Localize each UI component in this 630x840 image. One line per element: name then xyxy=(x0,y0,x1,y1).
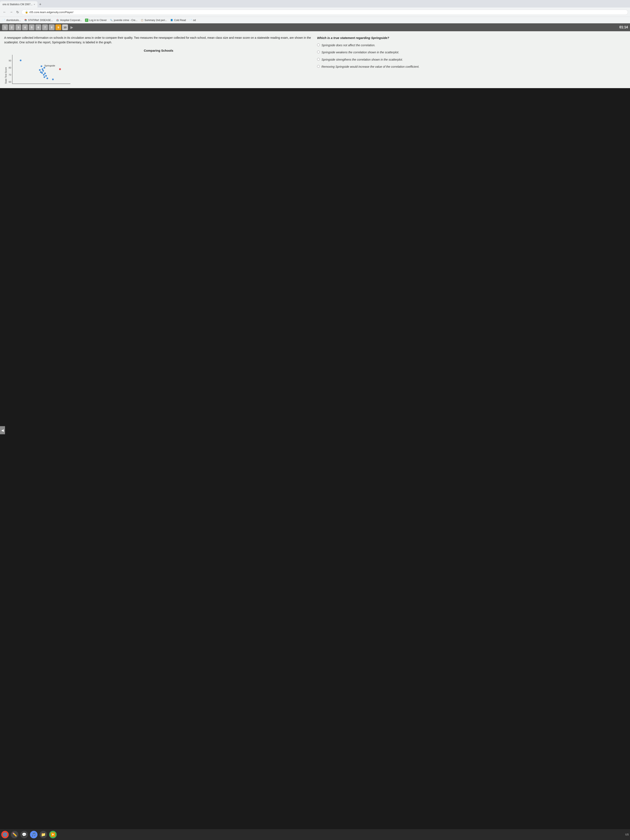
right-panel: Which is a true statement regarding Spri… xyxy=(317,35,626,84)
bookmark-coldread[interactable]: 📘 Cold Read xyxy=(170,19,186,22)
chart-section: Comparing Schools State Test Score 90 80… xyxy=(4,48,313,84)
bookmark-hospital[interactable]: 🏥 Hospital Corporati... xyxy=(56,19,82,22)
bookmark-icon-5: 📘 xyxy=(170,19,173,22)
dot-2 xyxy=(41,65,42,67)
tab-bar: ons & Statistics CM 2067... × + xyxy=(0,0,630,8)
y-axis-label: State Test Score xyxy=(4,67,8,84)
taskbar-chat-icon[interactable]: 💬 xyxy=(21,831,28,838)
question-btn-3[interactable]: 3 xyxy=(16,24,21,30)
bookmark-icon-0: 📄 xyxy=(2,19,5,22)
y-tick-60: 60 xyxy=(9,80,11,84)
question-btn-8[interactable]: 8 xyxy=(49,24,55,30)
option-d-text: Removing Springside would increase the v… xyxy=(322,65,419,69)
question-btn-6[interactable]: 6 xyxy=(35,24,41,30)
address-bar[interactable]: 🔒 r05.core.learn.edgenuity.com/Player/ xyxy=(22,9,628,15)
bookmark-label-2: Hospital Corporati... xyxy=(60,19,82,22)
bookmark-icon-6: 📄 xyxy=(189,19,192,22)
prev-nav-btn[interactable]: ◀ xyxy=(0,426,5,434)
bookmark-label-3: juvenile crime - Cre... xyxy=(114,19,137,22)
bookmark-icon-1: 📚 xyxy=(24,19,27,22)
bookmark-label-0: diumbotulis... xyxy=(6,19,21,22)
taskbar-chrome-icon[interactable]: 🌐 xyxy=(1,831,9,838)
chart-container: State Test Score 90 80 70 60 xyxy=(4,55,313,84)
dot-13 xyxy=(46,77,48,79)
bookmark-label-4: Summary 2nd peri... xyxy=(145,19,167,22)
chart-title: Comparing Schools xyxy=(4,48,313,53)
question-btn-4[interactable]: 4 xyxy=(22,24,28,30)
url-text: r05.core.learn.edgenuity.com/Player/ xyxy=(29,11,73,14)
bookmark-icon-3: 🔍 xyxy=(110,19,113,22)
locale-label: US xyxy=(625,833,629,836)
bookmark-diumbotulis[interactable]: 📄 diumbotulis... xyxy=(2,19,21,22)
scatterplot: Springside xyxy=(12,55,70,84)
dot-5 xyxy=(39,69,41,71)
question-btn-5[interactable]: 5 xyxy=(29,24,35,30)
radio-c[interactable] xyxy=(317,58,320,61)
content-area: A newspaper collected information on sch… xyxy=(0,31,630,88)
radio-b[interactable] xyxy=(317,51,320,53)
y-tick-80: 80 xyxy=(9,66,11,70)
radio-a[interactable] xyxy=(317,44,320,46)
tab-close-btn[interactable]: × xyxy=(34,3,35,6)
option-a[interactable]: Springside does not affect the correlati… xyxy=(317,43,626,47)
bookmark-icon-4: 📋 xyxy=(141,19,144,22)
tab-title: ons & Statistics CM 2067... xyxy=(3,3,33,6)
dot-4 xyxy=(42,68,43,70)
new-tab-btn[interactable]: + xyxy=(38,2,43,7)
question-text: Which is a true statement regarding Spri… xyxy=(317,35,626,40)
bookmark-icon-2: 🏥 xyxy=(56,19,59,22)
taskbar-play-icon[interactable]: ▶️ xyxy=(49,831,57,838)
option-b-text: Springside weakens the correlation shown… xyxy=(322,50,399,55)
dot-6 xyxy=(42,70,44,72)
question-bar: 1 2 3 4 5 6 7 8 9 10 ▶ 01:14 xyxy=(0,23,630,31)
passage-text: A newspaper collected information on sch… xyxy=(4,35,313,45)
lock-icon: 🔒 xyxy=(25,11,28,14)
bookmark-clever[interactable]: C Log in to Clever xyxy=(85,19,107,22)
option-a-text: Springside does not affect the correlati… xyxy=(322,43,375,47)
dot-9 xyxy=(44,73,46,74)
timer-display: 01:14 xyxy=(619,25,628,29)
taskbar-music-icon[interactable]: 🎵 xyxy=(30,831,38,838)
reload-btn[interactable]: ↻ xyxy=(16,9,20,15)
bookmarks-bar: 📄 diumbotulis... 📚 STATIRef: DISEASE... … xyxy=(0,17,630,23)
forward-btn[interactable]: → xyxy=(9,9,14,15)
bookmark-label-5: Cold Read xyxy=(174,19,186,22)
question-btn-next[interactable]: ▶ xyxy=(69,24,74,30)
dot-10 xyxy=(43,74,44,76)
question-btn-9[interactable]: 9 xyxy=(55,24,61,30)
bookmark-label-clever: Log in to Clever xyxy=(89,19,107,22)
springside-label: Springside xyxy=(44,64,55,68)
dot-11 xyxy=(45,75,47,77)
address-bar-row: ← → ↻ 🔒 r05.core.learn.edgenuity.com/Pla… xyxy=(0,8,630,17)
bookmark-label-6: od xyxy=(193,19,196,22)
bookmark-summary[interactable]: 📋 Summary 2nd peri... xyxy=(141,19,167,22)
dot-14 xyxy=(52,79,54,80)
active-tab[interactable]: ons & Statistics CM 2067... × xyxy=(0,1,38,8)
question-btn-1[interactable]: 1 xyxy=(2,24,8,30)
browser-frame: ons & Statistics CM 2067... × + ← → ↻ 🔒 … xyxy=(0,0,630,31)
dot-1 xyxy=(20,60,22,61)
radio-d[interactable] xyxy=(317,65,320,68)
question-btn-7[interactable]: 7 xyxy=(42,24,48,30)
bookmark-statiref[interactable]: 📚 STATIRef: DISEASE... xyxy=(24,19,53,22)
option-b[interactable]: Springside weakens the correlation shown… xyxy=(317,50,626,55)
dot-8 xyxy=(41,72,43,74)
taskbar-right: US xyxy=(625,833,629,836)
bookmark-juvenile[interactable]: 🔍 juvenile crime - Cre... xyxy=(110,19,137,22)
bookmark-icon-clever: C xyxy=(85,19,88,22)
taskbar-folder-icon[interactable]: 📁 xyxy=(39,831,47,838)
option-d[interactable]: Removing Springside would increase the v… xyxy=(317,65,626,69)
taskbar-edit-icon[interactable]: ✏️ xyxy=(11,831,18,838)
option-c-text: Springside strengthens the correlation s… xyxy=(322,57,403,62)
taskbar: 🌐 ✏️ 💬 🎵 📁 ▶️ US xyxy=(0,829,630,840)
question-btn-2[interactable]: 2 xyxy=(9,24,14,30)
dot-12 xyxy=(44,76,45,78)
y-tick-70: 70 xyxy=(9,73,11,77)
back-btn[interactable]: ← xyxy=(2,9,7,15)
bookmark-label-1: STATIRef: DISEASE... xyxy=(28,19,53,22)
springside-dot xyxy=(59,68,61,70)
bookmark-od[interactable]: 📄 od xyxy=(189,19,196,22)
question-btn-10[interactable]: 10 xyxy=(62,24,68,30)
left-panel: A newspaper collected information on sch… xyxy=(4,35,313,84)
option-c[interactable]: Springside strengthens the correlation s… xyxy=(317,57,626,62)
